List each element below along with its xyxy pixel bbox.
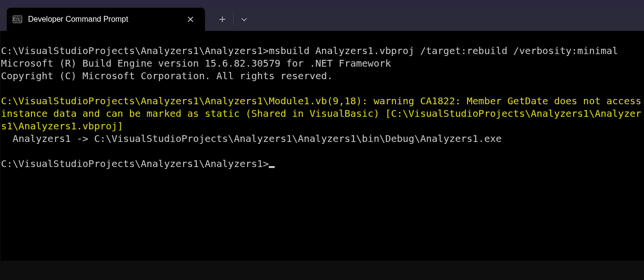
new-tab-button[interactable] bbox=[214, 11, 231, 28]
cursor bbox=[269, 166, 275, 168]
plus-icon bbox=[219, 16, 226, 23]
tab-row: C:\_ Developer Command Prompt bbox=[0, 8, 644, 31]
prompt-path: C:\VisualStudioProjects\Analyzers1\Analy… bbox=[1, 45, 269, 56]
build-output-line: Analyzers1 -> C:\VisualStudioProjects\An… bbox=[1, 133, 502, 144]
divider bbox=[233, 14, 234, 25]
bottom-bar bbox=[0, 261, 644, 280]
close-icon bbox=[188, 16, 193, 22]
tab-dropdown-button[interactable] bbox=[235, 11, 253, 28]
terminal-icon: C:\_ bbox=[13, 15, 22, 23]
tab-active[interactable]: C:\_ Developer Command Prompt bbox=[7, 8, 205, 31]
close-tab-button[interactable] bbox=[184, 13, 197, 26]
prompt-path: C:\VisualStudioProjects\Analyzers1\Analy… bbox=[1, 158, 269, 169]
warning-line: C:\VisualStudioProjects\Analyzers1\Analy… bbox=[1, 95, 644, 132]
build-engine-line: Microsoft (R) Build Engine version 15.6.… bbox=[1, 57, 391, 69]
chevron-down-icon bbox=[241, 17, 248, 22]
command-text: msbuild Analyzers1.vbproj /target:rebuil… bbox=[269, 45, 618, 56]
tab-title: Developer Command Prompt bbox=[28, 15, 178, 24]
copyright-line: Copyright (C) Microsoft Corporation. All… bbox=[1, 70, 333, 82]
title-bar bbox=[0, 0, 644, 8]
terminal-output[interactable]: C:\VisualStudioProjects\Analyzers1\Analy… bbox=[0, 31, 644, 261]
tab-controls bbox=[214, 8, 253, 31]
